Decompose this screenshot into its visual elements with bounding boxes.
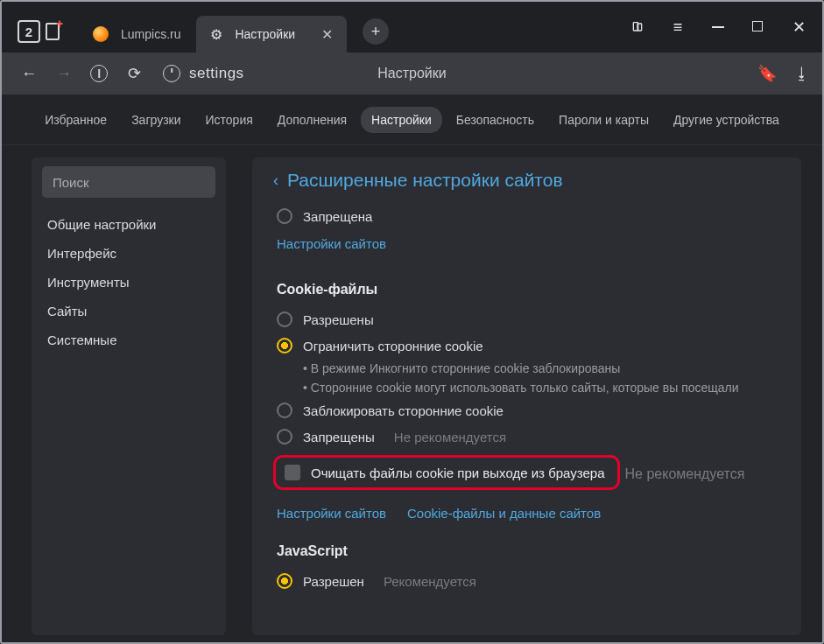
yandex-home-icon[interactable] — [84, 59, 114, 88]
close-tab-icon[interactable]: ✕ — [321, 26, 333, 43]
lumpics-favicon — [93, 26, 109, 42]
row-label: Запрещена — [303, 209, 372, 224]
row-denied[interactable]: Запрещена — [277, 203, 785, 229]
sidebar-item-general[interactable]: Общие настройки — [32, 210, 226, 239]
nav-history[interactable]: История — [195, 107, 264, 133]
row-label: Заблокировать сторонние cookie — [303, 403, 504, 418]
row-label: Ограничить сторонние cookie — [303, 339, 483, 354]
search-placeholder: Поиск — [53, 175, 89, 190]
downloads-icon[interactable]: ⭳ — [794, 65, 810, 83]
nav-addons[interactable]: Дополнения — [267, 107, 357, 133]
cookie-note-2: • Сторонние cookie могут использовать то… — [277, 378, 785, 397]
sidebar-item-system[interactable]: Системные — [32, 326, 226, 354]
link-site-settings-top[interactable]: Настройки сайтов — [277, 236, 386, 251]
panel-title: Расширенные настройки сайтов — [287, 170, 563, 191]
menu-icon[interactable]: ≡ — [658, 10, 698, 45]
row-label: Разрешен — [303, 574, 364, 589]
main-panel: ‹ Расширенные настройки сайтов Запрещена… — [252, 158, 801, 635]
checkbox-label: Очищать файлы cookie при выходе из брауз… — [311, 466, 605, 480]
site-info-icon[interactable] — [163, 65, 180, 82]
sidebar-item-tools[interactable]: Инструменты — [32, 268, 226, 297]
gear-icon: ⚙ — [210, 26, 222, 43]
tab-lumpics[interactable]: Lumpics.ru — [79, 16, 194, 52]
maximize-button[interactable] — [738, 10, 778, 45]
settings-sidebar: Поиск Общие настройки Интерфейс Инструме… — [32, 158, 226, 635]
tab-label: Настройки — [235, 27, 295, 41]
tab-counter[interactable]: 2 — [18, 20, 40, 43]
back-button[interactable]: ← — [14, 59, 44, 88]
minimize-button[interactable] — [698, 10, 738, 45]
row-js-allowed[interactable]: Разрешен Рекомендуется — [277, 568, 785, 594]
note-not-recommended-2: Не рекомендуется — [625, 466, 745, 482]
nav-downloads[interactable]: Загрузки — [121, 107, 191, 133]
address-field[interactable]: settings Настройки — [154, 65, 752, 82]
nav-settings[interactable]: Настройки — [361, 107, 442, 133]
chevron-left-icon: ‹ — [273, 172, 278, 190]
checkbox-icon[interactable] — [285, 465, 300, 480]
settings-top-nav: Избранное Загрузки История Дополнения На… — [2, 94, 822, 145]
new-tab-button[interactable]: + — [363, 18, 389, 45]
address-bar: ← → ⟳ settings Настройки 🔖 ⭳ — [2, 52, 822, 94]
row-cookie-denied[interactable]: Запрещены Не рекомендуется — [277, 424, 785, 450]
close-window-button[interactable]: ✕ — [778, 10, 819, 45]
link-cookie-data[interactable]: Cookie-файлы и данные сайтов — [407, 506, 601, 521]
page-title: Настройки — [377, 66, 446, 81]
panel-header[interactable]: ‹ Расширенные настройки сайтов — [273, 170, 785, 191]
radio-icon — [277, 429, 292, 444]
collections-icon[interactable] — [617, 10, 658, 45]
section-cookie: Cookie-файлы — [277, 282, 785, 298]
content-area: Поиск Общие настройки Интерфейс Инструме… — [2, 145, 822, 644]
nav-passwords[interactable]: Пароли и карты — [548, 107, 659, 133]
row-cookie-limit[interactable]: Ограничить сторонние cookie — [277, 332, 785, 359]
row-cookie-allowed[interactable]: Разрешены — [277, 306, 785, 332]
nav-other-devices[interactable]: Другие устройства — [663, 107, 790, 133]
radio-icon-selected — [277, 338, 292, 354]
link-site-settings[interactable]: Настройки сайтов — [277, 506, 386, 521]
tab-settings[interactable]: ⚙ Настройки ✕ — [196, 16, 347, 52]
address-text: settings — [189, 65, 244, 82]
window-controls: ≡ ✕ — [614, 2, 822, 52]
bookmark-icon[interactable]: 🔖 — [757, 64, 777, 83]
cookie-note-1: • В режиме Инкогнито сторонние cookie за… — [277, 359, 785, 378]
nav-favorites[interactable]: Избранное — [34, 107, 117, 133]
radio-icon — [277, 402, 292, 418]
tab-strip: 2 + Lumpics.ru ⚙ Настройки ✕ + — [2, 2, 614, 52]
note-recommended: Рекомендуется — [384, 574, 476, 589]
highlighted-clear-cookies[interactable]: Очищать файлы cookie при выходе из брауз… — [273, 455, 620, 490]
note-not-recommended: Не рекомендуется — [394, 430, 506, 444]
new-window-icon[interactable]: + — [46, 21, 65, 42]
sidebar-search[interactable]: Поиск — [42, 166, 215, 198]
forward-button[interactable]: → — [49, 59, 79, 88]
radio-icon — [277, 312, 292, 327]
app-window: { "titlebar": { "tab_counter": "2", "tab… — [0, 0, 824, 644]
row-label: Запрещены — [303, 430, 375, 444]
row-label: Разрешены — [303, 312, 374, 327]
nav-security[interactable]: Безопасность — [446, 107, 545, 133]
reload-button[interactable]: ⟳ — [119, 59, 149, 88]
radio-icon — [277, 208, 292, 224]
sidebar-item-sites[interactable]: Сайты — [32, 297, 226, 326]
section-javascript: JavaScript — [277, 543, 785, 559]
sidebar-item-interface[interactable]: Интерфейс — [32, 239, 226, 268]
row-cookie-block-third[interactable]: Заблокировать сторонние cookie — [277, 397, 785, 424]
tab-label: Lumpics.ru — [121, 27, 180, 41]
radio-icon-selected — [277, 573, 292, 589]
titlebar: 2 + Lumpics.ru ⚙ Настройки ✕ + ≡ ✕ — [2, 2, 822, 52]
